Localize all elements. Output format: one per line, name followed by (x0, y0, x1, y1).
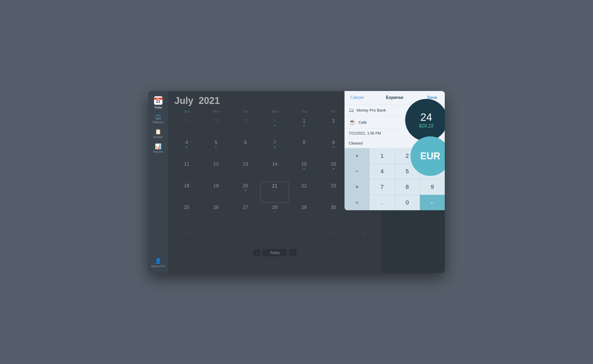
date-text: 7/21/2021, 1:56 PM (349, 131, 381, 135)
eur-text: EUR (420, 151, 440, 162)
numpad-decimal[interactable]: . (370, 195, 394, 210)
reports-icon: 📊 (155, 144, 161, 149)
expense-modal: Cancel Expense Save 24 $28.22 🗂 Money Pr… (345, 91, 445, 210)
category-icon: ☕ (349, 119, 356, 126)
numpad-9[interactable]: 9 (420, 179, 445, 195)
sidebar: JUL 21 Today ⚖️ Balance 📋 Budget 📊 Repor… (148, 91, 168, 273)
numpad-divide[interactable]: ÷ (345, 195, 369, 210)
today-icon: JUL 21 (154, 96, 162, 105)
moneypro-icon: 👤 (155, 258, 161, 264)
sidebar-label-budget: Budget (154, 135, 163, 138)
numpad-7[interactable]: 7 (370, 179, 394, 195)
sidebar-label-balance: Balance (153, 121, 164, 124)
sidebar-label-reports: Reports (153, 150, 163, 153)
amount-number: 24 (420, 111, 432, 123)
balance-icon: ⚖️ (155, 114, 161, 119)
sidebar-label-moneypro: Money Pro (151, 265, 165, 268)
numpad-4[interactable]: 4 (370, 164, 394, 179)
numpad-1[interactable]: 1 (370, 148, 394, 164)
amount-display: 24 $28.22 (405, 99, 445, 141)
numpad-minus[interactable]: − (345, 164, 369, 179)
sidebar-item-reports[interactable]: 📊 Reports (148, 141, 168, 156)
sidebar-item-budget[interactable]: 📋 Budget (148, 126, 168, 141)
category-name: Cafe (358, 120, 367, 124)
numpad-backspace[interactable]: ← (420, 195, 445, 210)
main-content: July 2021 🔍 + Sun Mon Tue Wed Thu Fri Sa… (168, 91, 445, 273)
sidebar-item-balance[interactable]: ⚖️ Balance (148, 112, 168, 126)
cancel-button[interactable]: Cancel (345, 94, 370, 102)
amount-sub: $28.22 (419, 123, 433, 129)
numpad-multiply[interactable]: × (345, 179, 369, 195)
sidebar-item-today[interactable]: JUL 21 Today (148, 94, 168, 112)
account-name: Money Pro Bank (357, 108, 386, 112)
sidebar-label-today: Today (154, 106, 162, 109)
sidebar-item-moneypro[interactable]: 👤 Money Pro (151, 256, 165, 270)
app-window: JUL 21 Today ⚖️ Balance 📋 Budget 📊 Repor… (148, 91, 445, 273)
modal-title: Expense (370, 95, 420, 100)
numpad-0[interactable]: 0 (395, 195, 420, 210)
budget-icon: 📋 (155, 129, 161, 134)
numpad-8[interactable]: 8 (395, 179, 420, 195)
numpad-plus[interactable]: + (345, 148, 369, 164)
account-icon: 🗂 (349, 107, 354, 113)
